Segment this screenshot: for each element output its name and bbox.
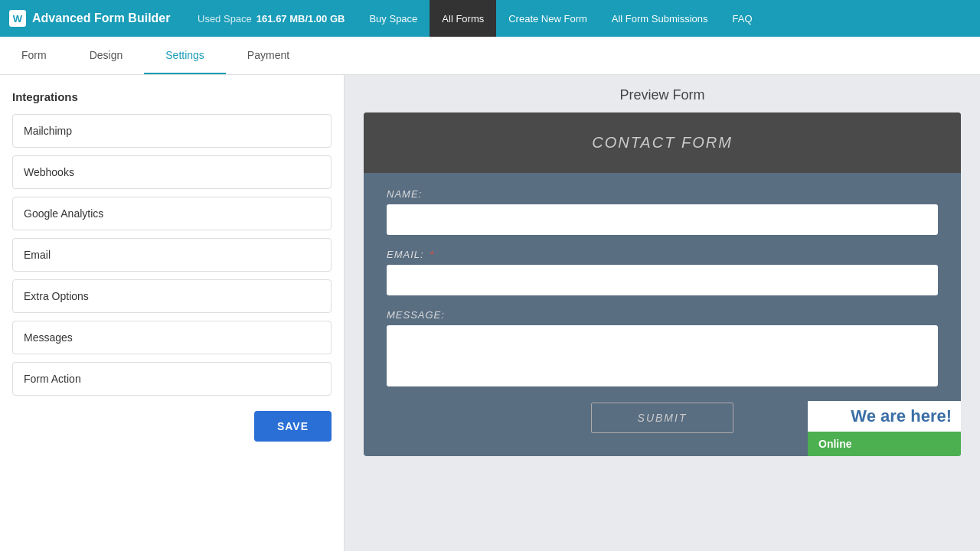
brand-label: Advanced Form Builder <box>32 11 170 25</box>
tab-form[interactable]: Form <box>0 37 68 74</box>
used-space-label: Used Space <box>198 13 252 24</box>
we-are-here-text: We are here! <box>817 407 952 425</box>
sidebar-item-mailchimp[interactable]: Mailchimp <box>12 114 332 148</box>
section-title: Integrations <box>12 90 332 103</box>
brand: W Advanced Form Builder <box>9 10 185 27</box>
field-group-message: MESSAGE: <box>387 309 938 389</box>
field-label-email: EMAIL: * <box>387 249 938 260</box>
used-space-value: 161.67 MB/1.00 GB <box>256 13 345 24</box>
field-group-name: NAME: <box>387 188 938 235</box>
all-form-submissions-button[interactable]: All Form Submissions <box>599 0 720 37</box>
save-button[interactable]: SAVE <box>254 411 332 442</box>
sidebar-item-webhooks[interactable]: Webhooks <box>12 155 332 189</box>
form-preview-header: CONTACT FORM <box>364 112 961 173</box>
form-preview: CONTACT FORM NAME: EMAIL: * MESSAGE <box>364 112 961 456</box>
field-input-message[interactable] <box>387 325 938 386</box>
field-input-name[interactable] <box>387 204 938 235</box>
sidebar-item-extra-options[interactable]: Extra Options <box>12 279 332 313</box>
sidebar-item-form-action[interactable]: Form Action <box>12 362 332 396</box>
sidebar-item-messages[interactable]: Messages <box>12 321 332 354</box>
we-are-here-chat: We are here! <box>808 401 961 432</box>
required-indicator: * <box>430 249 434 260</box>
buy-space-button[interactable]: Buy Space <box>357 0 430 37</box>
space-info: Used Space 161.67 MB/1.00 GB <box>185 13 357 24</box>
field-label-message: MESSAGE: <box>387 309 938 321</box>
top-navigation: W Advanced Form Builder Used Space 161.6… <box>0 0 980 37</box>
tabs-bar: Form Design Settings Payment <box>0 37 980 75</box>
brand-icon: W <box>9 10 26 27</box>
form-preview-title: CONTACT FORM <box>592 134 733 151</box>
main-layout: Integrations Mailchimp Webhooks Google A… <box>0 75 980 551</box>
field-input-email[interactable] <box>387 265 938 295</box>
field-label-name: NAME: <box>387 188 938 200</box>
save-area: SAVE <box>12 411 332 442</box>
sidebar: Integrations Mailchimp Webhooks Google A… <box>0 75 345 551</box>
form-submit-button[interactable]: SUBMIT <box>591 403 734 433</box>
tab-payment[interactable]: Payment <box>226 37 311 74</box>
sidebar-item-google-analytics[interactable]: Google Analytics <box>12 197 332 230</box>
faq-button[interactable]: FAQ <box>720 0 765 37</box>
sidebar-item-email[interactable]: Email <box>12 238 332 272</box>
tab-design[interactable]: Design <box>68 37 145 74</box>
online-banner: Online <box>808 432 961 456</box>
preview-area: Preview Form CONTACT FORM NAME: EMAIL: * <box>345 75 980 551</box>
preview-title: Preview Form <box>619 87 704 103</box>
all-forms-button[interactable]: All Forms <box>430 0 496 37</box>
tab-settings[interactable]: Settings <box>144 37 226 74</box>
create-new-form-button[interactable]: Create New Form <box>496 0 599 37</box>
nav-items: Used Space 161.67 MB/1.00 GB Buy Space A… <box>185 0 971 37</box>
field-group-email: EMAIL: * <box>387 249 938 295</box>
we-are-here-widget: We are here! Online <box>808 401 961 456</box>
